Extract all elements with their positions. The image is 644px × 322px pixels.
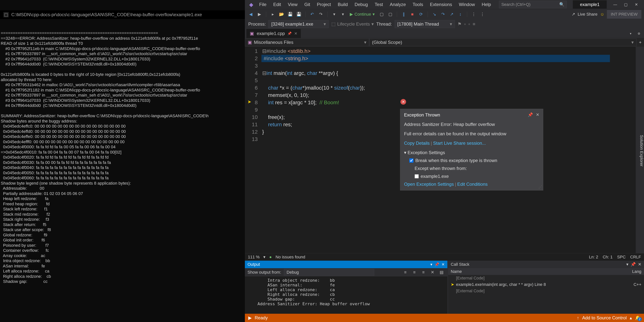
- restart-icon[interactable]: ⟳: [418, 11, 424, 17]
- minimize-icon[interactable]: —: [610, 1, 620, 8]
- undo-icon[interactable]: ↶: [309, 11, 315, 17]
- zoom-level[interactable]: 111 %: [248, 255, 260, 260]
- menu-debug[interactable]: Debug: [352, 1, 370, 8]
- out-wrap-icon[interactable]: ▤: [438, 269, 445, 276]
- menu-tools[interactable]: Tools: [410, 1, 426, 8]
- output-from-combo[interactable]: Debug: [284, 269, 374, 276]
- line-indicator[interactable]: Ln: 2: [589, 255, 598, 260]
- console-titlebar[interactable]: ▢ C:\MSDN\cpp-docs-pr\docs\c-language\AS…: [0, 10, 245, 19]
- feedback-icon[interactable]: ☺: [600, 12, 604, 17]
- indent-indicator[interactable]: SPC: [617, 255, 626, 260]
- tb-misc-1[interactable]: ⋮: [470, 11, 477, 17]
- cs-col-lang[interactable]: Lang: [632, 269, 641, 274]
- menu-file[interactable]: File: [256, 1, 269, 8]
- thread-combo[interactable]: [17808] Main Thread: [394, 20, 455, 28]
- output-header[interactable]: Output ▾📌✕: [245, 261, 447, 268]
- resize-grip-icon[interactable]: ⋰: [538, 184, 542, 190]
- step-over-icon[interactable]: ↷: [440, 11, 446, 17]
- solution-name[interactable]: example1: [573, 0, 607, 9]
- menu-edit[interactable]: Edit: [271, 1, 284, 8]
- step-out-icon[interactable]: ↗: [448, 11, 455, 17]
- saveall-icon[interactable]: 💾: [296, 11, 302, 17]
- cs-dropdown-icon[interactable]: ▾: [626, 262, 628, 267]
- exc-edit-cond-link[interactable]: Edit Conditions: [457, 182, 488, 187]
- exc-open-settings-link[interactable]: Open Exception Settings: [404, 182, 454, 187]
- redo-icon[interactable]: ↷: [318, 11, 324, 17]
- stop-icon[interactable]: ■: [409, 11, 416, 17]
- open-icon[interactable]: 📂: [278, 11, 284, 17]
- exc-break-checkbox[interactable]: [409, 158, 414, 163]
- step-into-icon[interactable]: ↘: [431, 11, 438, 17]
- char-indicator[interactable]: Ch: 1: [603, 255, 613, 260]
- console-body[interactable]: ========================================…: [0, 29, 245, 285]
- step-icon[interactable]: ↕: [457, 11, 464, 17]
- menu-git[interactable]: Git: [302, 1, 313, 8]
- tab-example1[interactable]: ▣ example1.cpp 📌 ✕: [246, 29, 301, 38]
- tab-close-icon[interactable]: ✕: [294, 31, 298, 36]
- stack-frame-icon[interactable]: ≡: [473, 21, 476, 27]
- exc-copy-link[interactable]: Copy Details: [404, 141, 430, 146]
- maximize-icon[interactable]: ▢: [621, 1, 631, 8]
- eol-indicator[interactable]: CRLF: [630, 255, 641, 260]
- out-clear-icon[interactable]: ✕: [429, 269, 436, 276]
- lifecycle-events[interactable]: ⬚Lifecycle Events ▾: [331, 21, 374, 27]
- caret-down-icon[interactable]: ▾: [404, 150, 406, 155]
- exc-exe-checkbox[interactable]: [414, 174, 419, 178]
- notifications-icon[interactable]: 🔔2: [635, 315, 640, 321]
- add-source-control[interactable]: Add to Source Control: [582, 315, 627, 321]
- process-combo[interactable]: [3248] example1.exe: [268, 20, 329, 28]
- config-dropdown[interactable]: ▾: [331, 11, 337, 17]
- save-icon[interactable]: 💾: [287, 11, 293, 17]
- close-icon[interactable]: ✕: [631, 1, 641, 8]
- code-body[interactable]: ➤ ⊟#include <stdlib.h> #include <string.…: [261, 47, 636, 253]
- cs-pin-icon[interactable]: 📌: [631, 262, 636, 267]
- menu-window[interactable]: Window: [456, 1, 478, 8]
- dbg-icon-2[interactable]: ▫: [468, 21, 470, 27]
- continue-button[interactable]: ▶Continue ▾: [348, 12, 376, 17]
- dbg-icon-1[interactable]: ▫: [464, 21, 466, 27]
- output-dropdown-icon[interactable]: ▾: [430, 262, 432, 267]
- output-pin-icon[interactable]: 📌: [434, 262, 439, 267]
- error-glyph-icon[interactable]: ✕: [400, 99, 406, 105]
- menu-extensions[interactable]: Extensions: [428, 1, 455, 8]
- menu-test[interactable]: Test: [372, 1, 386, 8]
- search-box[interactable]: Search (Ctrl+Q) 🔍: [499, 1, 567, 8]
- liveshare-label[interactable]: Live Share: [578, 12, 598, 17]
- vs-logo-icon[interactable]: ◆: [248, 1, 255, 8]
- tabs-settings-icon[interactable]: ⚙: [636, 30, 642, 37]
- callstack-header[interactable]: Call Stack ▾📌✕: [448, 261, 644, 268]
- tb-icon-1[interactable]: ▢: [378, 11, 385, 17]
- exc-pin-icon[interactable]: 📌: [528, 112, 533, 118]
- tb-icon-2[interactable]: ▢: [387, 11, 394, 17]
- exc-liveshare-link[interactable]: Start Live Share session...: [433, 141, 486, 146]
- menu-analyze[interactable]: Analyze: [387, 1, 408, 8]
- new-icon[interactable]: ▸: [270, 11, 276, 17]
- cs-close-icon[interactable]: ✕: [638, 262, 641, 267]
- platform-dropdown[interactable]: ▾: [340, 11, 346, 17]
- forward-icon[interactable]: ▶: [256, 11, 262, 17]
- out-icon-2[interactable]: ≡: [411, 269, 418, 276]
- out-icon-1[interactable]: ≡: [402, 269, 408, 276]
- cs-row[interactable]: [External Code]: [448, 288, 644, 294]
- cs-col-name[interactable]: Name: [451, 269, 462, 274]
- menu-build[interactable]: Build: [335, 1, 350, 8]
- cs-row[interactable]: [External Code]: [448, 275, 644, 281]
- liveshare-icon[interactable]: ↗: [572, 12, 575, 17]
- menu-project[interactable]: Project: [314, 1, 334, 8]
- nav-project[interactable]: ▣Miscellaneous Files▾: [245, 38, 369, 46]
- menu-view[interactable]: View: [285, 1, 300, 8]
- cs-row-current[interactable]: ➤example1.exe!main(int argc, char * * ar…: [448, 281, 644, 288]
- pause-icon[interactable]: ‖: [400, 11, 407, 17]
- out-icon-3[interactable]: ≡: [420, 269, 427, 276]
- source-control-icon[interactable]: ↑: [577, 315, 579, 321]
- issues-label[interactable]: No issues found: [276, 255, 305, 260]
- output-close-icon[interactable]: ✕: [442, 262, 445, 267]
- solution-explorer-tab[interactable]: Solution Explorer: [639, 135, 644, 167]
- menu-help[interactable]: Help: [479, 1, 494, 8]
- tabs-dropdown-icon[interactable]: ▾: [628, 30, 634, 37]
- back-icon[interactable]: ◀: [248, 11, 254, 17]
- tb-misc-2[interactable]: ⋮: [479, 11, 486, 17]
- nav-scope[interactable]: (Global Scope)▾: [369, 38, 636, 46]
- code-editor[interactable]: 12345678910111213 ➤ ⊟#include <stdlib.h>…: [245, 47, 636, 253]
- exc-close-icon[interactable]: ✕: [536, 112, 539, 118]
